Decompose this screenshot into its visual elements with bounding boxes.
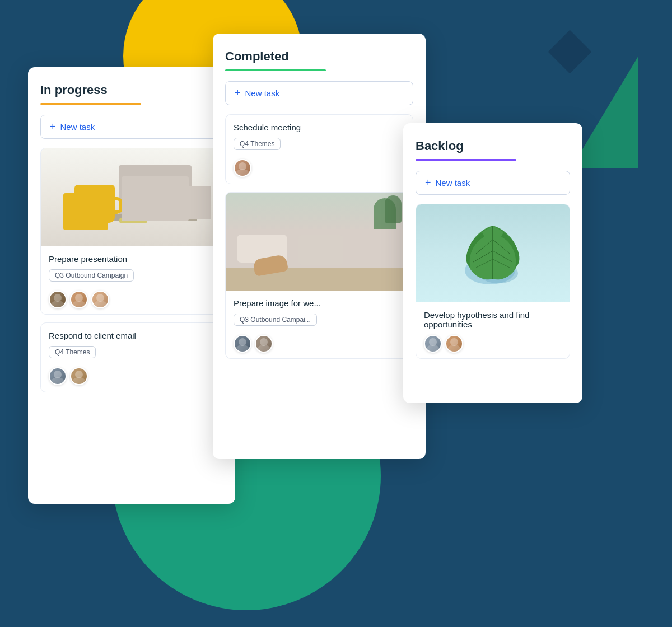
plus-icon-completed: + [235, 87, 241, 99]
avatar-man2 [49, 367, 67, 385]
column-completed-title: Completed [225, 49, 413, 64]
task-card-respond-email[interactable]: Respond to client email Q4 Themes [40, 322, 223, 392]
task-title-3: Schedule meeting [234, 123, 405, 132]
avatar-man5 [424, 335, 442, 353]
task-card-body-4: Prepare image for we... Q3 Outbound Camp… [226, 291, 413, 358]
task-title-4: Prepare image for we... [234, 298, 405, 308]
kanban-board: In progress + New task Prepare presentat… [28, 34, 582, 504]
column-backlog: Backlog + New task [403, 123, 582, 403]
column-backlog-title: Backlog [416, 139, 570, 153]
avatar-man3 [234, 335, 251, 353]
column-completed: Completed + New task Schedule meeting Q4… [213, 34, 426, 459]
task-card-schedule-meeting[interactable]: Schedule meeting Q4 Themes [225, 114, 413, 184]
backlog-underline [416, 159, 516, 161]
task-card-prepare-presentation[interactable]: Prepare presentation Q3 Outbound Campaig… [40, 148, 223, 315]
task-title-1: Prepare presentation [49, 254, 214, 264]
task-image-desk [41, 148, 222, 246]
leaf-svg [456, 217, 529, 290]
task-card-body-5: Develop hypothesis and find opportunitie… [416, 302, 570, 358]
task-tag-4: Q3 Outbound Campai... [234, 314, 317, 326]
avatar-man1 [49, 291, 67, 308]
task-avatars-1 [49, 291, 214, 308]
task-card-develop-hypothesis[interactable]: Develop hypothesis and find opportunitie… [416, 204, 570, 359]
task-tag-2: Q4 Themes [49, 346, 96, 358]
avatar-man4 [255, 335, 273, 353]
plus-icon-inprogress: + [50, 121, 56, 133]
new-task-button-inprogress[interactable]: + New task [40, 115, 223, 139]
task-image-bedroom [226, 193, 413, 291]
new-task-button-completed[interactable]: + New task [225, 81, 413, 105]
task-avatars-4 [234, 335, 405, 353]
new-task-label-backlog: New task [436, 178, 470, 188]
new-task-button-backlog[interactable]: + New task [416, 171, 570, 195]
column-inprogress-title: In progress [40, 83, 223, 97]
inprogress-underline [40, 103, 141, 105]
avatar-woman1b [445, 335, 463, 353]
plus-icon-backlog: + [425, 177, 431, 189]
new-task-label-inprogress: New task [60, 122, 95, 132]
avatar-woman3 [70, 367, 88, 385]
new-task-label-completed: New task [245, 88, 280, 98]
completed-underline [225, 69, 326, 71]
task-tag-1: Q3 Outbound Campaign [49, 269, 134, 282]
task-tag-3: Q4 Themes [234, 138, 281, 150]
avatar-woman2 [91, 291, 109, 308]
task-avatars-2 [49, 367, 214, 385]
task-title-2: Respond to client email [49, 331, 214, 340]
task-avatars-5 [424, 335, 562, 353]
task-image-leaf [416, 204, 570, 302]
avatar-woman1 [70, 291, 88, 308]
column-inprogress: In progress + New task Prepare presentat… [28, 67, 235, 504]
task-avatars-3 [234, 159, 405, 177]
task-title-5: Develop hypothesis and find opportunitie… [424, 310, 562, 329]
avatar-woman4 [234, 159, 251, 177]
task-card-prepare-image[interactable]: Prepare image for we... Q3 Outbound Camp… [225, 192, 413, 359]
task-card-body-1: Prepare presentation Q3 Outbound Campaig… [41, 246, 222, 314]
